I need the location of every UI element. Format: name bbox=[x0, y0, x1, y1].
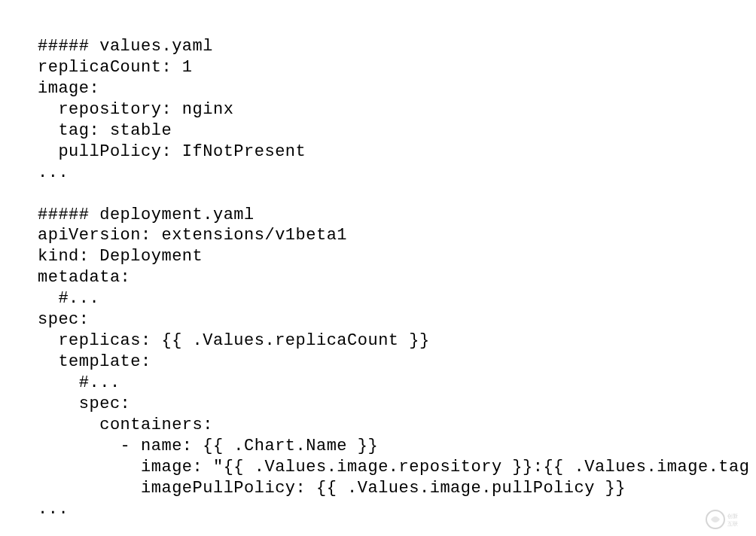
svg-text:创新: 创新 bbox=[727, 513, 738, 519]
code-block: ##### values.yaml replicaCount: 1 image:… bbox=[38, 36, 756, 520]
watermark-logo: 创新 互联 bbox=[705, 509, 750, 530]
svg-text:互联: 互联 bbox=[727, 521, 738, 526]
